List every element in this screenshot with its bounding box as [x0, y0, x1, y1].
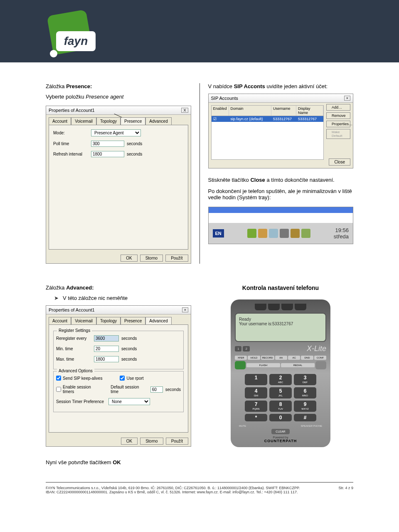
right-column-sip: V nabídce SIP Acconts uvidíte jeden akti…: [200, 83, 354, 264]
tray-time: 19:56: [334, 227, 349, 233]
hangup-button[interactable]: [315, 361, 326, 369]
tab-account[interactable]: Account: [49, 317, 71, 324]
bullet-text: V této záložce nic neměňte: [63, 295, 128, 301]
speaker-button[interactable]: SPEAKER PHONE: [301, 425, 322, 427]
presence-icon[interactable]: [247, 229, 256, 238]
top-button[interactable]: [268, 304, 280, 310]
keepalive-checkbox[interactable]: Send SIP keep-alives: [56, 376, 102, 381]
default-button[interactable]: Make Default: [326, 129, 350, 139]
tab-advanced[interactable]: Advanced: [145, 117, 171, 125]
rport-checkbox[interactable]: Use rport: [120, 376, 143, 381]
confirm-instruction: Nyní vše potvrďte tlačítkem OK: [46, 459, 191, 465]
pouzit-button[interactable]: Použít: [165, 255, 188, 262]
session-timers-checkbox[interactable]: Enable session timers: [56, 385, 103, 394]
tab-voicemail[interactable]: Voicemail: [71, 317, 96, 324]
counterpath-logo: COUNTERPATH: [235, 439, 326, 443]
tray-icon[interactable]: [280, 229, 289, 238]
refresh-input[interactable]: [91, 151, 124, 157]
key-0[interactable]: 0: [269, 414, 292, 421]
ok-button[interactable]: OK: [121, 255, 137, 262]
max-label: Max. time: [56, 357, 91, 361]
poll-input[interactable]: [91, 141, 124, 147]
key-8[interactable]: 8TUV: [269, 401, 292, 412]
tab-presence[interactable]: Presence: [121, 117, 145, 125]
remove-button[interactable]: Remove: [326, 112, 350, 119]
storno-button[interactable]: Storno: [140, 438, 163, 445]
right-column-phone: Kontrola nastavení telefonu Ready Your u…: [200, 285, 353, 465]
key-9[interactable]: 9WXYZ: [294, 401, 316, 412]
key-2[interactable]: 2ABC: [269, 374, 292, 385]
redial-button[interactable]: REDIAL: [281, 363, 315, 367]
tray-day: středa: [334, 233, 349, 240]
dialog-titlebar: Properties of Account1 X: [46, 106, 191, 115]
key-star[interactable]: *: [245, 414, 267, 421]
ok-button[interactable]: OK: [121, 438, 138, 445]
close-button[interactable]: Close: [329, 158, 350, 166]
tray-icons: [247, 229, 310, 238]
aa-button[interactable]: AA: [275, 356, 287, 360]
language-indicator[interactable]: EN: [213, 229, 224, 238]
top-button[interactable]: [295, 304, 306, 310]
record-button[interactable]: RECORD: [261, 356, 274, 360]
storno-button[interactable]: Storno: [140, 255, 163, 262]
system-tray-screenshot: EN 19:56 středa: [208, 207, 354, 244]
properties-button[interactable]: Properties…: [326, 121, 350, 127]
tray-icon[interactable]: [269, 229, 278, 238]
key-6[interactable]: 6MNO: [294, 387, 316, 398]
presence-subtitle: Vyberte položku Presence agent: [46, 94, 191, 100]
key-4[interactable]: 4GHI: [245, 387, 267, 398]
poll-label: Poll time: [53, 141, 89, 146]
line-1-tab[interactable]: 1: [235, 346, 241, 351]
dialpad: 1 2ABC 3DEF 4GHI 5JKL 6MNO 7PQRS 8TUV 9W…: [235, 371, 326, 425]
xlite-logo: X-Lite: [307, 344, 326, 353]
col-enabled: Enabled: [212, 106, 229, 116]
tab-topology[interactable]: Topology: [96, 117, 121, 125]
rereg-input[interactable]: [94, 335, 119, 341]
pref-label: Session Timer Preference: [56, 399, 106, 404]
tray-icon[interactable]: [301, 229, 310, 238]
key-5[interactable]: 5JKL: [269, 387, 292, 398]
page-footer: FAYN Telecommunications s.r.o., Vídeňská…: [46, 482, 353, 494]
call-button[interactable]: [235, 361, 246, 369]
tab-account[interactable]: Account: [49, 117, 71, 125]
mode-label: Mode:: [53, 131, 89, 135]
close-icon[interactable]: X: [181, 108, 188, 113]
top-button[interactable]: [255, 304, 266, 310]
top-button[interactable]: [281, 304, 293, 310]
dialog-tabs: Account Voicemail Topology Presence Adva…: [46, 115, 191, 125]
dialog-title: Properties of Account1: [49, 307, 95, 312]
line-2-tab[interactable]: 2: [243, 346, 249, 351]
min-label: Min. time: [56, 346, 91, 351]
footer-line-1: FAYN Telecommunications s.r.o., Vídeňská…: [46, 486, 300, 490]
hold-button[interactable]: HOLD: [248, 356, 260, 360]
clear-button[interactable]: CLEAR: [271, 429, 289, 434]
dnd-button[interactable]: DND: [301, 356, 313, 360]
defsess-input[interactable]: [150, 386, 163, 393]
conf-button[interactable]: CONF: [314, 356, 326, 360]
page-number: Str. 4 z 9: [338, 486, 353, 494]
pouzit-button[interactable]: Použít: [166, 438, 188, 445]
max-input[interactable]: [94, 356, 119, 362]
flash-button[interactable]: FLASH: [246, 363, 280, 367]
add-button[interactable]: Add…: [326, 104, 350, 111]
close-icon[interactable]: ×: [182, 307, 188, 312]
key-1[interactable]: 1: [245, 374, 267, 385]
key-7[interactable]: 7PQRS: [245, 401, 267, 412]
mute-button[interactable]: MUTE: [239, 425, 246, 427]
xfer-button[interactable]: XFER: [235, 356, 247, 360]
tab-topology[interactable]: Topology: [96, 317, 121, 324]
tray-icon[interactable]: [291, 229, 300, 238]
tab-voicemail[interactable]: Voicemail: [71, 117, 96, 125]
mode-select[interactable]: Presence Agent: [91, 129, 141, 136]
tab-presence[interactable]: Presence: [121, 317, 145, 324]
pref-select[interactable]: None: [108, 398, 150, 405]
min-input[interactable]: [94, 346, 119, 352]
dialog-title: Properties of Account1: [49, 108, 95, 113]
tab-advanced[interactable]: Advanced: [145, 317, 171, 324]
sip-row[interactable]: ☑ sip.fayn.cz (default) 533312767 533312…: [212, 116, 324, 122]
key-3[interactable]: 3DEF: [294, 374, 316, 385]
tray-icon[interactable]: [258, 229, 267, 238]
close-icon[interactable]: ×: [344, 96, 350, 101]
key-hash[interactable]: #: [294, 414, 316, 421]
ac-button[interactable]: AC: [288, 356, 300, 360]
